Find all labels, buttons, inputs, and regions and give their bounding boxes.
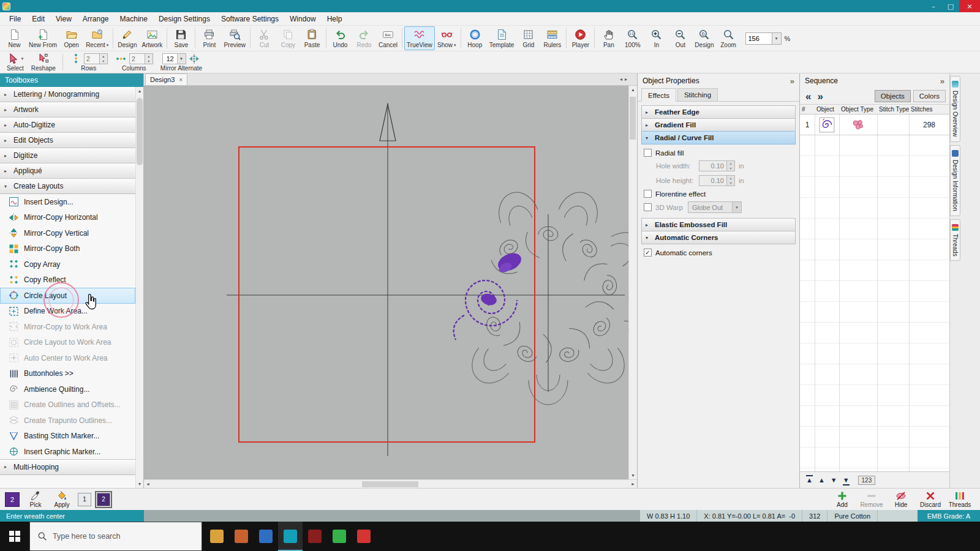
- toolbox-item-mirror-copy-to-work-area[interactable]: Mirror-Copy to Work Area: [0, 319, 135, 335]
- menu-file[interactable]: File: [4, 12, 26, 25]
- canvas-horizontal-scrollbar[interactable]: ◄ ►: [144, 479, 637, 488]
- toolbox-section-artwork[interactable]: ▸Artwork: [0, 102, 135, 118]
- move-to-end-button[interactable]: ▼: [842, 476, 850, 485]
- toolbar-button-copy[interactable]: Copy: [276, 26, 300, 50]
- florentine-effect-row[interactable]: Florentine effect: [644, 190, 793, 198]
- toolbox-item-mirror-copy-vertical[interactable]: Mirror-Copy Vertical: [0, 225, 135, 241]
- toolbar-button-open[interactable]: Open: [59, 26, 83, 50]
- toolbox-section-multi-hooping[interactable]: ▸Multi-Hooping: [0, 459, 135, 475]
- section-feather-edge[interactable]: ▸Feather Edge: [641, 105, 796, 119]
- threads-button[interactable]: Threads: [947, 490, 973, 509]
- select-dropdown-icon[interactable]: ▾: [21, 56, 24, 61]
- florentine-effect-checkbox[interactable]: [644, 190, 652, 198]
- pick-color-button[interactable]: Pick: [25, 490, 46, 509]
- taskbar-app-folder[interactable]: [205, 522, 229, 551]
- scroll-down-icon[interactable]: ▼: [631, 473, 635, 478]
- move-to-start-button[interactable]: ▲: [805, 476, 813, 485]
- collapse-panel-icon[interactable]: »: [940, 77, 944, 86]
- radial-fill-checkbox[interactable]: [644, 149, 652, 157]
- hole-height-input[interactable]: [699, 175, 727, 186]
- toolboxes-scroll-thumb[interactable]: [137, 98, 143, 165]
- select-tool-button[interactable]: ▾ Select: [4, 51, 27, 73]
- toolbox-section-digitize[interactable]: ▸Digitize: [0, 148, 135, 163]
- add-button[interactable]: Add: [829, 490, 855, 509]
- hole-width-input[interactable]: [699, 160, 727, 171]
- sequence-row-1[interactable]: 1 298: [800, 114, 949, 135]
- toolbar-button-cut[interactable]: Cut: [252, 26, 276, 50]
- menu-help[interactable]: Help: [322, 12, 348, 25]
- side-tab-threads[interactable]: Threads: [950, 219, 960, 261]
- toolbar-button-new[interactable]: New: [2, 26, 26, 50]
- hide-button[interactable]: Hide: [888, 490, 914, 509]
- toolbox-item-insert-graphic-marker[interactable]: Insert Graphic Marker...: [0, 444, 135, 460]
- scroll-up-icon[interactable]: ▲: [631, 88, 635, 92]
- tab-stitching[interactable]: Stitching: [677, 88, 718, 101]
- toolbar-button-cancel[interactable]: EscCancel: [376, 26, 400, 50]
- discard-button[interactable]: Discard: [918, 490, 943, 509]
- design-canvas[interactable]: ▲ ▼: [144, 86, 637, 479]
- taskbar-app-orange[interactable]: [229, 522, 254, 551]
- section-gradient-fill[interactable]: ▸Gradient Fill: [641, 118, 796, 132]
- side-tab-design-information[interactable]: Design Information: [950, 145, 960, 216]
- menu-arrange[interactable]: Arrange: [77, 12, 115, 25]
- tab-effects[interactable]: Effects: [641, 88, 676, 102]
- taskbar-search[interactable]: Type here to search: [29, 522, 202, 551]
- sequence-tab-objects[interactable]: Objects: [875, 90, 911, 102]
- selected-design-motif[interactable]: [454, 250, 524, 340]
- collapse-panel-icon[interactable]: »: [790, 77, 794, 86]
- taskbar-app-green[interactable]: [327, 522, 352, 551]
- hole-width-spinner[interactable]: ▴▾: [727, 160, 735, 171]
- toolbar-button-out[interactable]: Out: [668, 26, 692, 50]
- scroll-left-icon[interactable]: ◄: [146, 482, 150, 486]
- menu-edit[interactable]: Edit: [26, 12, 50, 25]
- reshape-tool-button[interactable]: Reshape: [28, 51, 59, 73]
- close-button[interactable]: ×: [959, 0, 980, 12]
- toolbox-item-copy-reflect[interactable]: Copy Reflect: [0, 272, 135, 288]
- toolbar-button-save[interactable]: Save: [169, 26, 193, 50]
- automatic-corners-checkbox[interactable]: ✓: [644, 249, 652, 257]
- radial-fill-row[interactable]: Radial fill: [644, 149, 793, 157]
- taskbar-app-maroon[interactable]: [303, 522, 327, 551]
- toolbar-button-show[interactable]: Show▾: [435, 26, 459, 50]
- toolbar-button-grid[interactable]: Grid: [516, 26, 540, 50]
- menu-window[interactable]: Window: [284, 12, 322, 25]
- toolbar-button-design[interactable]: Design: [115, 26, 139, 50]
- next-object-button[interactable]: »: [815, 91, 824, 102]
- toolbar-button-paste[interactable]: Paste: [300, 26, 324, 50]
- toolbox-item-mirror-copy-horizontal[interactable]: Mirror-Copy Horizontal: [0, 210, 135, 226]
- toolbox-item-insert-design[interactable]: Insert Design...: [0, 194, 135, 210]
- previous-object-button[interactable]: «: [804, 91, 813, 102]
- toolbox-item-circle-layout[interactable]: Circle Layout: [0, 288, 135, 304]
- toolbar-button-trueview[interactable]: TrueView: [404, 26, 435, 50]
- toolbar-button-undo[interactable]: Undo: [328, 26, 352, 50]
- toolbox-section-edit-objects[interactable]: ▸Edit Objects: [0, 132, 135, 148]
- rows-spinner[interactable]: ▴▾: [100, 53, 108, 64]
- section-radial-curve-fill[interactable]: ▾Radial / Curve Fill: [641, 131, 796, 144]
- toolbar-button-in[interactable]: In: [644, 26, 668, 50]
- taskbar-app-blue[interactable]: [254, 522, 278, 551]
- tab-scroll-right-icon[interactable]: ▸: [625, 77, 627, 82]
- section-elastic-embossed-fill[interactable]: ▸Elastic Embossed Fill: [641, 218, 796, 231]
- toolbox-item-define-work-area[interactable]: Define Work Area...: [0, 304, 135, 320]
- menu-view[interactable]: View: [50, 12, 77, 25]
- canvas-vertical-scrollbar[interactable]: ▲ ▼: [628, 86, 637, 479]
- toolbar-button-preview[interactable]: Preview: [221, 26, 248, 50]
- section-automatic-corners[interactable]: ▾Automatic Corners: [641, 231, 796, 244]
- automatic-corners-row[interactable]: ✓ Automatic corners: [644, 249, 793, 257]
- zoom-dropdown-icon[interactable]: ▾: [772, 32, 782, 45]
- canvas-vscroll-thumb[interactable]: [630, 97, 636, 140]
- toolbox-section-appliqu[interactable]: ▸Appliqué: [0, 163, 135, 179]
- toolbox-item-basting-stitch-marker[interactable]: Basting Stitch Marker...: [0, 429, 135, 444]
- move-down-button[interactable]: ▼: [830, 476, 838, 485]
- warp-checkbox-row[interactable]: 3D Warp: [644, 203, 683, 211]
- scroll-down-icon[interactable]: ▼: [138, 482, 142, 486]
- maximize-button[interactable]: □: [942, 0, 959, 12]
- tab-close-icon[interactable]: ×: [179, 77, 183, 83]
- toolbar-button-hoop[interactable]: Hoop: [463, 26, 487, 50]
- toolbar-button-new-from[interactable]: New From: [26, 26, 59, 50]
- toolbar-button-100[interactable]: 1:1100%: [620, 26, 644, 50]
- tab-scroll-left-icon[interactable]: ◂: [620, 77, 622, 82]
- taskbar-app-red[interactable]: [352, 522, 376, 551]
- minimize-button[interactable]: –: [925, 0, 942, 12]
- scroll-up-icon[interactable]: ▲: [138, 89, 142, 93]
